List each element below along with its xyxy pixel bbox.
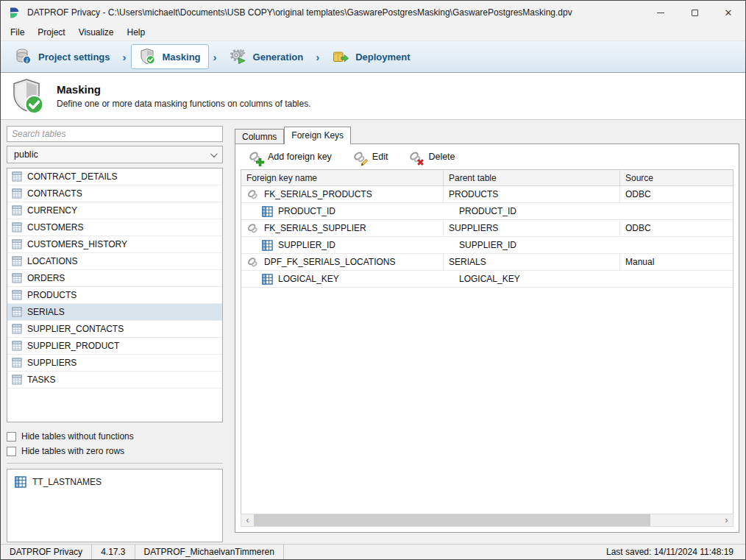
close-button[interactable]: ✕ [711, 1, 745, 24]
wizard-step-masking[interactable]: Masking [131, 44, 209, 69]
fk-source: ODBC [625, 189, 651, 199]
table-icon [12, 273, 22, 283]
wizard-step-label: Generation [253, 52, 304, 63]
wizard-step-label: Project settings [38, 52, 110, 63]
table-list-item[interactable]: SUPPLIERS [7, 355, 222, 372]
schema-dropdown[interactable]: public [7, 146, 223, 163]
delete-foreign-key-button[interactable]: Delete [403, 147, 463, 167]
foreign-key-row[interactable]: FK_SERIALS_SUPPLIER SUPPLIERS ODBC [241, 220, 733, 237]
table-name: ORDERS [27, 273, 65, 283]
wizard-separator-icon: › [118, 51, 131, 63]
page-subtitle: Define one or more data masking function… [57, 99, 311, 109]
maximize-icon [692, 10, 698, 16]
wizard-step-project-settings[interactable]: i Project settings [7, 44, 118, 69]
edit-foreign-key-button[interactable]: Edit [347, 147, 397, 167]
table-list-item[interactable]: SUPPLIER_CONTACTS [7, 321, 222, 338]
fk-parent-table: SERIALS [449, 257, 486, 267]
table-list-item[interactable]: CUSTOMERS_HISTORY [7, 236, 222, 253]
table-name: PRODUCTS [27, 290, 77, 300]
filter-label: Hide tables without functions [21, 431, 134, 442]
status-user: DATPROF_MichaelvanTimmeren [135, 545, 284, 559]
table-list-item[interactable]: CONTRACT_DETAILS [7, 169, 222, 185]
table-name: CONTRACT_DETAILS [27, 171, 117, 182]
table-icon [12, 358, 22, 368]
tab-columns[interactable]: Columns [235, 129, 284, 143]
scrollbar-thumb[interactable] [254, 514, 650, 526]
tab-foreign-keys[interactable]: Foreign Keys [284, 127, 351, 144]
scrollbar-track[interactable] [254, 514, 720, 526]
fk-parent-table: PRODUCTS [449, 189, 498, 199]
temp-table-name: TT_LASTNAMES [32, 477, 102, 487]
toolbar-button-label: Delete [428, 152, 455, 162]
filter-label: Hide tables with zero rows [21, 446, 124, 456]
toolbar-button-label: Edit [372, 152, 388, 162]
fk-parent-column: SUPPLIER_ID [459, 240, 516, 250]
tables-sidebar: public CONTRACT_DETAILS CONTRACTS CURREN… [7, 126, 223, 544]
status-app-name: DATPROF Privacy [1, 545, 92, 559]
title-bar: DATPROF Privacy - C:\Users\michaelt\Docu… [1, 1, 745, 24]
table-list-item[interactable]: CUSTOMERS [7, 219, 222, 236]
table-list-item[interactable]: ORDERS [7, 270, 222, 287]
pencil-badge-icon [360, 158, 369, 166]
checkbox-icon[interactable] [7, 447, 16, 456]
menu-file[interactable]: File [4, 26, 31, 39]
app-logo-icon [8, 7, 21, 19]
tab-strip: Columns Foreign Keys [235, 126, 739, 143]
chevron-down-icon [210, 150, 218, 157]
table-list-item[interactable]: CURRENCY [7, 202, 222, 219]
wizard-step-deployment[interactable]: Deployment [324, 44, 418, 69]
wizard-step-generation[interactable]: Generation [221, 44, 312, 69]
foreign-keys-table: Foreign key name Parent table Source FK_… [241, 169, 733, 514]
wizard-separator-icon: › [311, 51, 324, 63]
maximize-button[interactable] [678, 1, 711, 24]
column-header-parent-table[interactable]: Parent table [444, 170, 620, 185]
table-filters: Hide tables without functions Hide table… [7, 429, 223, 458]
scroll-right-icon[interactable]: › [720, 514, 733, 526]
column-header-foreign-key-name[interactable]: Foreign key name [241, 170, 444, 185]
wizard-separator-icon: › [209, 51, 221, 63]
minimize-button[interactable] [644, 1, 678, 24]
horizontal-scrollbar[interactable]: ‹ › [241, 514, 733, 527]
table-icon [12, 256, 22, 266]
fk-source: ODBC [625, 223, 651, 233]
search-tables-input[interactable] [7, 126, 223, 142]
foreign-key-column-row[interactable]: LOGICAL_KEY LOGICAL_KEY [241, 271, 733, 288]
foreign-key-column-row[interactable]: SUPPLIER_ID SUPPLIER_ID [241, 237, 733, 254]
foreign-key-row[interactable]: DPF_FK_SERIALS_LOCATIONS SERIALS Manual [241, 254, 733, 271]
table-icon [12, 171, 22, 182]
foreign-keys-panel: Add foreign key [235, 143, 739, 533]
plus-badge-icon [256, 158, 264, 166]
table-list-item[interactable]: PRODUCTS [7, 287, 222, 304]
fk-parent-table: SUPPLIERS [449, 223, 498, 233]
column-table-icon [262, 206, 273, 217]
table-list-item-selected[interactable]: SERIALS [7, 304, 222, 321]
status-version: 4.17.3 [92, 545, 135, 559]
menu-help[interactable]: Help [121, 26, 152, 39]
table-list-item[interactable]: LOCATIONS [7, 253, 222, 270]
temp-table-item[interactable]: TT_LASTNAMES [7, 474, 222, 490]
table-name: CUSTOMERS [27, 222, 83, 233]
table-icon [12, 222, 22, 233]
filter-hide-without-functions[interactable]: Hide tables without functions [7, 429, 223, 444]
temp-tables-list: TT_LASTNAMES [7, 469, 223, 542]
table-name: SUPPLIER_PRODUCT [27, 341, 119, 351]
column-header-source[interactable]: Source [620, 170, 733, 185]
foreign-key-column-row[interactable]: PRODUCT_ID PRODUCT_ID [241, 203, 733, 220]
table-icon [12, 188, 22, 199]
foreign-keys-table-header: Foreign key name Parent table Source [241, 170, 733, 186]
scroll-left-icon[interactable]: ‹ [241, 514, 254, 526]
table-icon [12, 290, 22, 300]
table-list-item[interactable]: CONTRACTS [7, 185, 222, 202]
fk-column-name: SUPPLIER_ID [278, 240, 335, 250]
filter-hide-zero-rows[interactable]: Hide tables with zero rows [7, 444, 223, 458]
add-foreign-key-button[interactable]: Add foreign key [243, 147, 340, 167]
toolbar-button-label: Add foreign key [268, 152, 332, 162]
table-list-item[interactable]: TASKS [7, 372, 222, 389]
masking-content: Columns Foreign Keys [235, 126, 739, 544]
menu-visualize[interactable]: Visualize [72, 26, 121, 39]
menu-project[interactable]: Project [31, 26, 71, 39]
fk-column-name: PRODUCT_ID [278, 206, 335, 216]
checkbox-icon[interactable] [7, 432, 16, 442]
table-list-item[interactable]: SUPPLIER_PRODUCT [7, 338, 222, 355]
foreign-key-row[interactable]: FK_SERIALS_PRODUCTS PRODUCTS ODBC [241, 186, 733, 203]
